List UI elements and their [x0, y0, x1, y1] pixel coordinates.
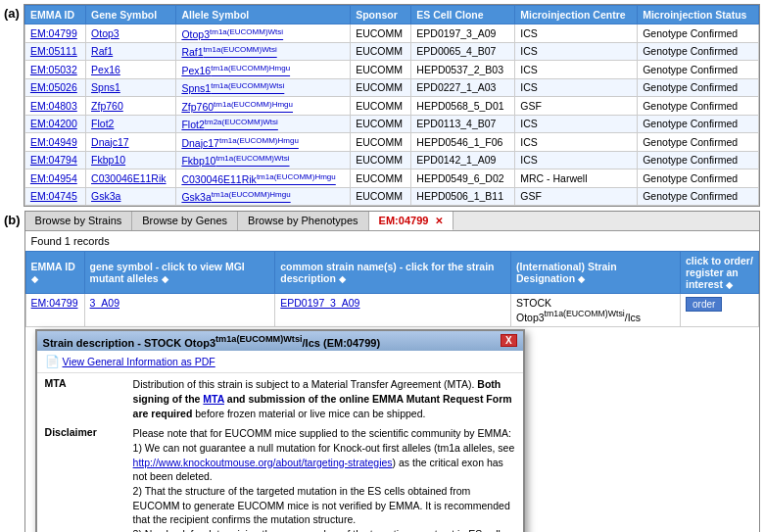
- tab-browse-phenotypes[interactable]: Browse by Phenotypes: [238, 212, 369, 230]
- sponsor-cell: EUCOMM: [351, 133, 411, 152]
- col-header-allele: Allele Symbol: [176, 6, 351, 24]
- gene-link[interactable]: Raf1: [91, 45, 113, 57]
- es-cell-cell: EPD0113_4_B07: [411, 115, 515, 133]
- result-intl-designation: STOCK Otop3tm1a(EUCOMM)Wtsi/Ics: [510, 294, 680, 327]
- table-a-row: EM:04200Flot2Flot2tm2a(EUCOMM)WtsiEUCOMM…: [24, 115, 758, 133]
- allele-link[interactable]: Spns1tm1a(EUCOMM)Wtsi: [181, 82, 284, 94]
- sponsor-cell: EUCOMM: [351, 187, 411, 206]
- gene-link[interactable]: Pex16: [91, 64, 120, 75]
- table-a-row: EM:04803Zfp760Zfp760tm1a(EUCOMM)HmguEUCO…: [24, 97, 758, 116]
- allele-link[interactable]: Fkbp10tm1a(EUCOMM)Wtsi: [181, 155, 289, 167]
- result-emma-id[interactable]: EM:04799: [25, 294, 84, 327]
- table-a-row: EM:04745Gsk3aGsk3atm1a(EUCOMM)HmguEUCOMM…: [24, 187, 758, 206]
- col-b-strain: common strain name(s) - click for the st…: [275, 252, 511, 294]
- emma-id-link[interactable]: EM:04954: [30, 172, 77, 184]
- sponsor-cell: EUCOMM: [351, 24, 411, 43]
- popup-disclaimer-label: Disclaimer: [45, 426, 133, 532]
- col-header-gene: Gene Symbol: [86, 6, 176, 24]
- allele-link[interactable]: Dnajc17tm1a(EUCOMM)Hmgu: [181, 137, 298, 149]
- sponsor-cell: EUCOMM: [351, 61, 411, 79]
- emma-id-link[interactable]: EM:05111: [30, 45, 77, 57]
- section-b-label: (b): [4, 211, 24, 227]
- tab-em04799[interactable]: EM:04799 ✕: [369, 212, 454, 230]
- allele-link[interactable]: C030046E11Riktm1a(EUCOMM)Hmgu: [181, 173, 335, 185]
- gene-link[interactable]: C030046E11Rik: [91, 172, 166, 184]
- col-header-centre: Microinjection Centre: [515, 6, 638, 24]
- sponsor-cell: EUCOMM: [351, 42, 411, 61]
- centre-cell: ICS: [515, 24, 638, 43]
- popup-close-button[interactable]: X: [501, 334, 517, 347]
- popup-titlebar: Strain description - STOCK Otop3tm1a(EUC…: [37, 331, 523, 352]
- emma-id-link[interactable]: EM:04799: [30, 27, 77, 39]
- mta-link[interactable]: MTA: [203, 393, 224, 405]
- strain-popup: Strain description - STOCK Otop3tm1a(EUC…: [35, 329, 525, 533]
- popup-disclaimer-content: Please note that for EUCOMM mice supplie…: [133, 426, 515, 532]
- results-table-a: EMMA ID Gene Symbol Allele Symbol Sponso…: [24, 5, 759, 206]
- pdf-icon: 📄: [45, 355, 60, 368]
- popup-title: Strain description - STOCK Otop3tm1a(EUC…: [43, 334, 380, 349]
- centre-cell: ICS: [515, 78, 638, 97]
- popup-overlay: Strain description - STOCK Otop3tm1a(EUC…: [35, 329, 759, 533]
- result-order-btn[interactable]: order: [681, 294, 759, 327]
- centre-cell: ICS: [515, 61, 638, 79]
- allele-link[interactable]: Gsk3atm1a(EUCOMM)Hmgu: [181, 191, 290, 203]
- es-cell-cell: EPD0142_1_A09: [411, 151, 515, 169]
- popup-mta-row: MTA Distribution of this strain is subje…: [45, 377, 515, 420]
- gene-link[interactable]: Dnajc17: [91, 136, 129, 148]
- sponsor-cell: EUCOMM: [351, 169, 411, 188]
- es-cell-cell: HEPD0537_2_B03: [411, 61, 515, 79]
- view-pdf-link[interactable]: View General Information as PDF: [63, 356, 215, 367]
- gene-link[interactable]: Zfp760: [91, 100, 123, 112]
- popup-pdf-link: 📄 View General Information as PDF: [37, 351, 523, 373]
- sponsor-cell: EUCOMM: [351, 78, 411, 97]
- es-cell-cell: EPD0227_1_A03: [411, 78, 515, 97]
- result-strain-desc[interactable]: EPD0197_3_A09: [275, 294, 511, 327]
- allele-link[interactable]: Raf1tm1a(EUCOMM)Wtsi: [181, 46, 276, 58]
- popup-disclaimer-row: Disclaimer Please note that for EUCOMM m…: [45, 426, 515, 532]
- emma-id-link[interactable]: EM:05026: [30, 81, 77, 93]
- emma-id-link[interactable]: EM:04200: [30, 118, 77, 129]
- status-cell: Genotype Confirmed: [638, 24, 759, 43]
- allele-link[interactable]: Zfp760tm1a(EUCOMM)Hmgu: [181, 101, 293, 113]
- results-table-b: EMMA ID ◆ gene symbol - click to view MG…: [25, 251, 759, 327]
- es-cell-cell: HEPD0568_5_D01: [411, 97, 515, 116]
- table-a-row: EM:04794Fkbp10Fkbp10tm1a(EUCOMM)WtsiEUCO…: [24, 151, 758, 169]
- sponsor-cell: EUCOMM: [351, 115, 411, 133]
- col-b-intl: (International) Strain Designation ◆: [510, 252, 680, 294]
- emma-id-link[interactable]: EM:04745: [30, 190, 77, 202]
- status-cell: Genotype Confirmed: [638, 97, 759, 116]
- gene-link[interactable]: Spns1: [91, 81, 120, 93]
- tab-browse-strains[interactable]: Browse by Strains: [25, 212, 133, 230]
- tab-browse-genes[interactable]: Browse by Genes: [132, 212, 238, 230]
- allele-link[interactable]: Flot2tm2a(EUCOMM)Wtsi: [181, 119, 277, 130]
- gene-link[interactable]: Flot2: [91, 118, 114, 129]
- es-cell-cell: HEPD0506_1_B11: [411, 187, 515, 206]
- status-cell: Genotype Confirmed: [638, 187, 759, 206]
- centre-cell: GSF: [515, 187, 638, 206]
- table-a-row: EM:05032Pex16Pex16tm1a(EUCOMM)HmguEUCOMM…: [24, 61, 758, 79]
- col-b-order: click to order/ register an interest ◆: [681, 252, 759, 294]
- emma-id-link[interactable]: EM:05032: [30, 64, 77, 75]
- status-cell: Genotype Confirmed: [638, 115, 759, 133]
- col-header-emma-id: EMMA ID: [24, 6, 85, 24]
- tab-close-icon[interactable]: ✕: [435, 216, 443, 226]
- status-cell: Genotype Confirmed: [638, 42, 759, 61]
- targeting-link[interactable]: http://www.knockoutmouse.org/about/targe…: [133, 457, 393, 468]
- emma-id-link[interactable]: EM:04794: [30, 154, 77, 166]
- table-a-row: EM:04954C030046E11RikC030046E11Riktm1a(E…: [24, 169, 758, 188]
- centre-cell: ICS: [515, 42, 638, 61]
- result-gene[interactable]: 3_A09: [84, 294, 275, 327]
- found-records: Found 1 records: [25, 231, 759, 251]
- gene-link[interactable]: Gsk3a: [91, 190, 120, 202]
- emma-id-link[interactable]: EM:04949: [30, 136, 77, 148]
- emma-id-link[interactable]: EM:04803: [30, 100, 77, 112]
- gene-link[interactable]: Otop3: [91, 27, 119, 39]
- col-b-gene: gene symbol - click to view MGI mutant a…: [84, 252, 275, 294]
- es-cell-cell: EPD0065_4_B07: [411, 42, 515, 61]
- section-a-label: (a): [4, 4, 24, 21]
- status-cell: Genotype Confirmed: [638, 133, 759, 152]
- allele-link[interactable]: Otop3tm1a(EUCOMM)Wtsi: [181, 28, 283, 40]
- col-b-emma-id: EMMA ID ◆: [25, 252, 84, 294]
- gene-link[interactable]: Fkbp10: [91, 154, 125, 166]
- allele-link[interactable]: Pex16tm1a(EUCOMM)Hmgu: [181, 65, 290, 76]
